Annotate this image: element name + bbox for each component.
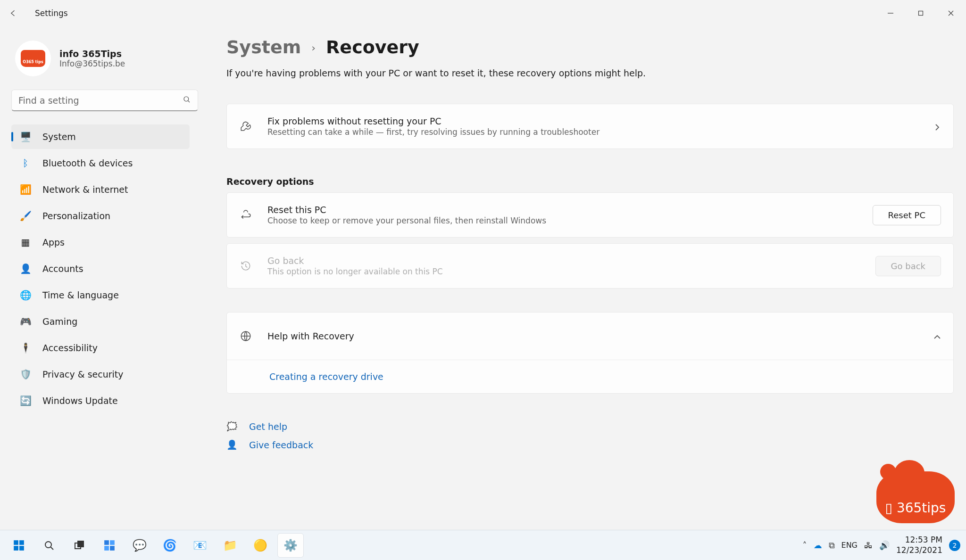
- system-icon: 🖥️: [20, 131, 31, 142]
- svg-point-1: [184, 97, 189, 101]
- svg-rect-9: [78, 541, 83, 547]
- search-icon: [183, 95, 191, 106]
- breadcrumb-current: Recovery: [326, 37, 419, 58]
- minimize-button[interactable]: [875, 3, 906, 24]
- sidebar-item-privacy[interactable]: 🛡️ Privacy & security: [11, 362, 190, 387]
- clock[interactable]: 12:53 PM 12/23/2021: [896, 535, 942, 555]
- sidebar: info 365Tips Info@365tips.be 🖥️ System ᛒ…: [0, 26, 198, 560]
- chrome-button[interactable]: 🟡: [247, 533, 274, 558]
- task-view-button[interactable]: [66, 533, 92, 558]
- main-content: System › Recovery If you're having probl…: [226, 37, 955, 560]
- sidebar-item-accounts[interactable]: 👤 Accounts: [11, 256, 190, 281]
- sidebar-item-gaming[interactable]: 🎮 Gaming: [11, 309, 190, 334]
- update-icon: 🔄: [20, 395, 31, 406]
- sidebar-item-time-language[interactable]: 🌐 Time & language: [11, 283, 190, 307]
- sidebar-item-label: Accessibility: [42, 343, 98, 353]
- card-title: Reset this PC: [267, 205, 858, 215]
- sidebar-item-label: Windows Update: [42, 395, 118, 406]
- search-input[interactable]: [18, 95, 183, 106]
- sidebar-item-label: Accounts: [42, 264, 83, 274]
- globe-clock-icon: 🌐: [20, 289, 31, 301]
- card-subtitle: This option is no longer available on th…: [267, 267, 860, 276]
- chat-button[interactable]: 💬: [126, 533, 153, 558]
- explorer-button[interactable]: 📁: [217, 533, 243, 558]
- sidebar-item-label: Time & language: [42, 290, 119, 300]
- card-title: Go back: [267, 255, 860, 266]
- sidebar-item-label: System: [42, 132, 76, 142]
- reset-pc-button[interactable]: Reset PC: [873, 205, 941, 225]
- svg-rect-13: [110, 546, 115, 551]
- go-back-button: Go back: [875, 256, 941, 276]
- sidebar-item-apps[interactable]: ▦ Apps: [11, 230, 190, 255]
- volume-icon[interactable]: 🔊: [879, 540, 890, 550]
- card-subtitle: Choose to keep or remove your personal f…: [267, 216, 858, 225]
- globe-help-icon: [239, 329, 252, 343]
- clock-time: 12:53 PM: [896, 535, 942, 545]
- start-button[interactable]: [6, 533, 32, 558]
- intro-text: If you're having problems with your PC o…: [226, 68, 954, 78]
- maximize-button[interactable]: [906, 3, 936, 24]
- help-panel-header[interactable]: Help with Recovery: [227, 313, 953, 360]
- card-title: Help with Recovery: [267, 331, 918, 341]
- svg-rect-5: [14, 546, 18, 551]
- settings-taskbar-button[interactable]: ⚙️: [277, 533, 304, 558]
- taskbar-pinned-apps: 💬 🌀 📧 📁 🟡 ⚙️: [6, 533, 304, 558]
- sidebar-item-label: Network & internet: [42, 184, 128, 195]
- sidebar-item-windows-update[interactable]: 🔄 Windows Update: [11, 388, 190, 413]
- give-feedback-link[interactable]: Give feedback: [249, 440, 313, 450]
- history-icon: [239, 259, 252, 272]
- taskbar: 💬 🌀 📧 📁 🟡 ⚙️ ˄ ☁ ⧉ ENG 🖧 🔊 12:53 PM 12/2…: [0, 530, 966, 560]
- user-email: Info@365tips.be: [59, 59, 125, 68]
- sidebar-item-label: Apps: [42, 237, 65, 247]
- recovery-drive-link[interactable]: Creating a recovery drive: [269, 371, 383, 382]
- sidebar-item-label: Privacy & security: [42, 369, 124, 379]
- system-tray: ˄ ☁ ⧉ ENG 🖧 🔊 12:53 PM 12/23/2021 2: [803, 535, 960, 555]
- onedrive-icon[interactable]: ☁: [814, 540, 822, 550]
- chevron-right-icon: ›: [311, 42, 316, 54]
- nav-list: 🖥️ System ᛒ Bluetooth & devices 📶 Networ…: [11, 124, 190, 413]
- help-icon: 🗯️: [226, 421, 238, 432]
- tray-chevron-icon[interactable]: ˄: [803, 540, 807, 550]
- feedback-icon: 👤: [226, 439, 238, 450]
- sidebar-item-accessibility[interactable]: 🕴️ Accessibility: [11, 336, 190, 360]
- mail-button[interactable]: 📧: [187, 533, 213, 558]
- search-box[interactable]: [11, 90, 198, 111]
- avatar: [15, 41, 51, 76]
- back-button[interactable]: [0, 0, 26, 26]
- breadcrumb-parent[interactable]: System: [226, 37, 301, 58]
- card-title: Fix problems without resetting your PC: [267, 116, 918, 126]
- shield-icon: 🛡️: [20, 369, 31, 380]
- sidebar-item-bluetooth[interactable]: ᛒ Bluetooth & devices: [11, 151, 190, 175]
- close-button[interactable]: [936, 3, 966, 24]
- network-tray-icon[interactable]: 🖧: [864, 540, 873, 550]
- input-language[interactable]: ENG: [841, 541, 858, 550]
- breadcrumb: System › Recovery: [226, 37, 954, 58]
- widgets-button[interactable]: [96, 533, 123, 558]
- user-name: info 365Tips: [59, 49, 125, 59]
- sidebar-item-system[interactable]: 🖥️ System: [11, 124, 190, 149]
- gamepad-icon: 🎮: [20, 316, 31, 327]
- bluetooth-icon: ᛒ: [20, 157, 31, 169]
- footer-links: 🗯️ Get help 👤 Give feedback: [226, 421, 954, 450]
- card-subtitle: Resetting can take a while — first, try …: [267, 127, 918, 137]
- search-taskbar-button[interactable]: [36, 533, 62, 558]
- reset-pc-card: Reset this PC Choose to keep or remove y…: [226, 192, 954, 238]
- svg-rect-6: [19, 546, 24, 551]
- accounts-icon: 👤: [20, 263, 31, 274]
- svg-rect-10: [104, 540, 109, 545]
- get-help-link[interactable]: Get help: [249, 421, 287, 432]
- sidebar-item-network[interactable]: 📶 Network & internet: [11, 177, 190, 202]
- dropbox-icon[interactable]: ⧉: [829, 540, 835, 551]
- wrench-icon: [239, 120, 252, 133]
- accessibility-icon: 🕴️: [20, 342, 31, 354]
- svg-rect-3: [14, 540, 18, 545]
- svg-rect-12: [104, 546, 109, 551]
- window-controls: [875, 3, 966, 24]
- fix-problems-card[interactable]: Fix problems without resetting your PC R…: [226, 104, 954, 149]
- reset-icon: [239, 208, 252, 222]
- account-block[interactable]: info 365Tips Info@365tips.be: [11, 37, 190, 87]
- notifications-badge[interactable]: 2: [949, 540, 960, 551]
- edge-button[interactable]: 🌀: [157, 533, 183, 558]
- paint-icon: 🖌️: [20, 210, 31, 222]
- sidebar-item-personalization[interactable]: 🖌️ Personalization: [11, 204, 190, 228]
